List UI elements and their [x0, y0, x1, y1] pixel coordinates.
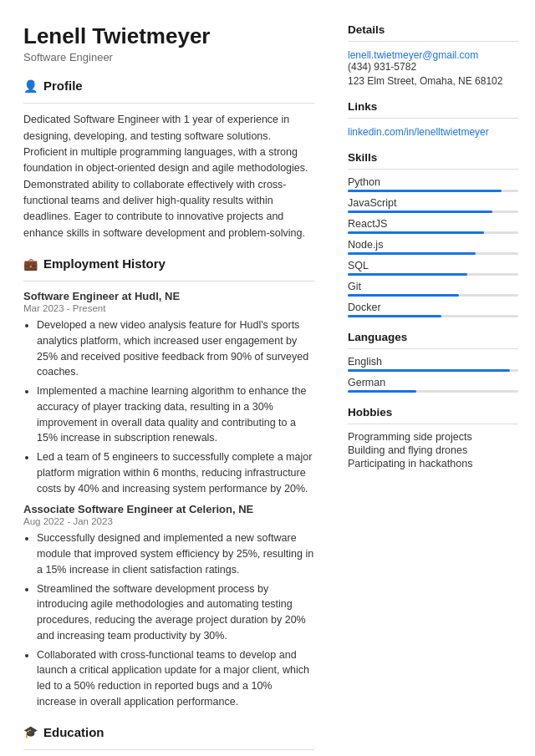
job-1: Software Engineer at Hudl, NE Mar 2023 -…	[23, 290, 314, 496]
job-2-date: Aug 2022 - Jan 2023	[23, 516, 314, 526]
email-link[interactable]: lenell.twietmeyer@gmail.com	[348, 49, 478, 61]
skill-bar-bg	[348, 190, 518, 192]
details-section: Details lenell.twietmeyer@gmail.com (434…	[348, 23, 518, 87]
skill-bar-fill	[348, 252, 476, 255]
skill-sql: SQL	[348, 260, 518, 276]
job-2-title: Associate Software Engineer at Celerion,…	[23, 503, 314, 515]
lang-name: German	[348, 377, 518, 388]
right-column: Details lenell.twietmeyer@gmail.com (434…	[334, 0, 535, 756]
skills-section: Skills Python JavaScript ReactJS Node.js…	[348, 151, 518, 317]
job-2: Associate Software Engineer at Celerion,…	[23, 503, 314, 709]
education-icon: 🎓	[23, 725, 38, 738]
lang-bar-fill	[348, 369, 510, 372]
hobby-1: Programming side projects	[348, 431, 518, 443]
links-title: Links	[348, 100, 518, 113]
skill-name: Docker	[348, 302, 518, 313]
skills-divider	[348, 169, 518, 170]
skill-javascript: JavaScript	[348, 197, 518, 213]
details-title: Details	[348, 23, 518, 36]
list-item: Collaborated with cross-functional teams…	[37, 647, 314, 710]
skill-python: Python	[348, 176, 518, 192]
list-item: Implemented a machine learning algorithm…	[37, 383, 314, 446]
lang-bar-bg	[348, 390, 518, 393]
header-section: Lenell Twietmeyer Software Engineer	[23, 23, 314, 63]
profile-icon: 👤	[23, 79, 38, 93]
languages-title: Languages	[348, 331, 518, 343]
address-text: 123 Elm Street, Omaha, NE 68102	[348, 75, 518, 87]
skill-reactjs: ReactJS	[348, 218, 518, 234]
skill-name: SQL	[348, 260, 518, 271]
skill-name: Node.js	[348, 239, 518, 251]
left-column: Lenell Twietmeyer Software Engineer 👤 Pr…	[0, 0, 334, 756]
skill-bar-bg	[348, 273, 518, 276]
hobbies-divider	[348, 424, 518, 424]
employment-section: 💼 Employment History Software Engineer a…	[23, 256, 314, 710]
lang-english: English	[348, 356, 518, 372]
list-item: Led a team of 5 engineers to successfull…	[37, 449, 314, 496]
skill-name: Python	[348, 176, 518, 188]
skill-git: Git	[348, 281, 518, 297]
hobbies-title: Hobbies	[348, 406, 518, 419]
languages-divider	[348, 348, 518, 349]
links-section: Links linkedin.com/in/lenelltwietmeyer	[348, 100, 518, 138]
skill-bar-bg	[348, 252, 518, 255]
list-item: Streamlined the software development pro…	[37, 581, 314, 644]
skill-nodejs: Node.js	[348, 239, 518, 255]
employment-icon: 💼	[23, 257, 38, 271]
skill-name: Git	[348, 281, 518, 292]
job-2-bullets: Successfully designed and implemented a …	[23, 530, 314, 709]
skill-bar-bg	[348, 231, 518, 234]
hobby-2: Building and flying drones	[348, 444, 518, 456]
profile-section: 👤 Profile Dedicated Software Engineer wi…	[23, 79, 314, 241]
skill-name: ReactJS	[348, 218, 518, 230]
skill-bar-bg	[348, 315, 518, 317]
skill-name: JavaScript	[348, 197, 518, 209]
employment-title: 💼 Employment History	[23, 256, 314, 274]
skill-bar-fill	[348, 273, 467, 276]
lang-name: English	[348, 356, 518, 368]
lang-german: German	[348, 377, 518, 393]
languages-section: Languages English German	[348, 331, 518, 393]
skill-bar-fill	[348, 190, 502, 192]
profile-divider	[23, 103, 314, 104]
links-divider	[348, 118, 518, 119]
job-1-title: Software Engineer at Hudl, NE	[23, 290, 314, 302]
skill-bar-fill	[348, 231, 484, 234]
lang-bar-bg	[348, 369, 518, 372]
job-1-bullets: Developed a new video analysis feature f…	[23, 317, 314, 496]
skill-bar-fill	[348, 211, 492, 213]
hobbies-section: Hobbies Programming side projects Buildi…	[348, 406, 518, 469]
skill-bar-bg	[348, 211, 518, 213]
candidate-title: Software Engineer	[23, 51, 314, 63]
profile-title: 👤 Profile	[23, 79, 314, 96]
list-item: Developed a new video analysis feature f…	[37, 317, 314, 380]
skill-bar-bg	[348, 294, 518, 297]
phone-text: (434) 931-5782	[348, 61, 518, 73]
education-title: 🎓 Education	[23, 725, 314, 743]
profile-text: Dedicated Software Engineer with 1 year …	[23, 112, 314, 241]
details-divider	[348, 41, 518, 42]
candidate-name: Lenell Twietmeyer	[23, 23, 314, 49]
linkedin-link[interactable]: linkedin.com/in/lenelltwietmeyer	[348, 126, 489, 138]
list-item: Successfully designed and implemented a …	[37, 530, 314, 577]
employment-divider	[23, 281, 314, 282]
education-divider	[23, 749, 314, 750]
job-1-date: Mar 2023 - Present	[23, 303, 314, 313]
skill-docker: Docker	[348, 302, 518, 317]
skill-bar-fill	[348, 315, 441, 317]
resume-page: Lenell Twietmeyer Software Engineer 👤 Pr…	[0, 0, 535, 756]
skill-bar-fill	[348, 294, 459, 297]
hobby-3: Participating in hackathons	[348, 458, 518, 469]
skills-title: Skills	[348, 151, 518, 164]
lang-bar-fill	[348, 390, 416, 393]
education-section: 🎓 Education Bachelor of Engineering in S…	[23, 725, 314, 756]
